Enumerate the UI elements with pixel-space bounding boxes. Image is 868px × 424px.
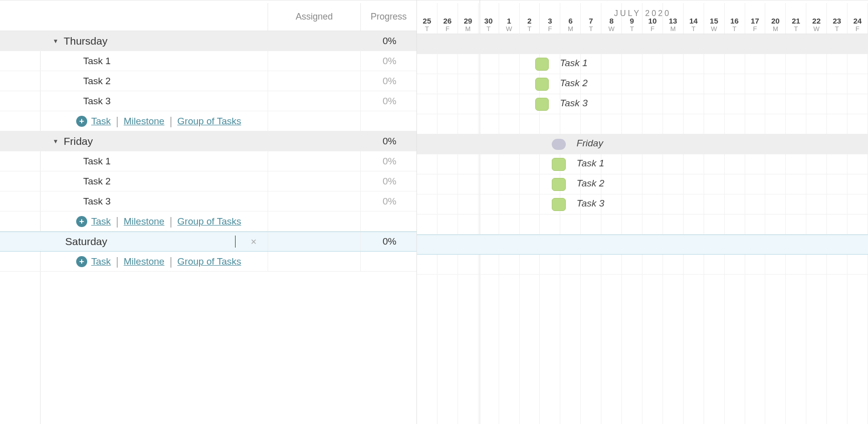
- timeline-day-header[interactable]: 6M: [560, 3, 581, 34]
- timeline-day-header[interactable]: 21T: [786, 3, 806, 34]
- timeline-day-header[interactable]: 17F: [745, 3, 766, 34]
- add-milestone-link[interactable]: Milestone: [124, 256, 164, 267]
- timeline-day-of-week: W: [813, 25, 819, 33]
- gantt-bar-label: Task 2: [577, 178, 604, 189]
- task-progress: 0%: [361, 171, 416, 191]
- task-row[interactable]: Task 10%: [0, 151, 416, 171]
- timeline-row[interactable]: Task 2: [417, 174, 868, 194]
- chevron-down-icon[interactable]: ▼: [53, 138, 59, 145]
- chevron-down-icon[interactable]: ▼: [53, 38, 59, 45]
- timeline-row[interactable]: [417, 34, 868, 54]
- add-group-link[interactable]: Group of Tasks: [177, 216, 241, 227]
- timeline-day-header[interactable]: 15W: [704, 3, 725, 34]
- task-label[interactable]: Task 2: [83, 176, 111, 187]
- timeline-day-of-week: T: [487, 25, 491, 33]
- task-label[interactable]: Task 1: [83, 56, 111, 67]
- timeline-day-header[interactable]: 2T: [520, 3, 540, 34]
- group-label[interactable]: Thursday: [64, 35, 108, 47]
- timeline-row[interactable]: [417, 114, 868, 134]
- group-header-row[interactable]: ▼Friday0%: [0, 131, 416, 151]
- timeline-row[interactable]: Task 1: [417, 154, 868, 174]
- timeline-day-header[interactable]: 10F: [642, 3, 663, 34]
- timeline-day-header[interactable]: 22W: [806, 3, 827, 34]
- group-name-input[interactable]: [65, 236, 236, 248]
- timeline-day-header[interactable]: 25T: [417, 3, 438, 34]
- timeline-day-of-week: T: [425, 25, 429, 33]
- task-label[interactable]: Task 3: [83, 196, 111, 207]
- timeline-row[interactable]: Task 2: [417, 74, 868, 94]
- add-task-link[interactable]: Task: [91, 116, 111, 127]
- task-row[interactable]: Task 30%: [0, 91, 416, 111]
- timeline-day-header[interactable]: 23T: [827, 3, 847, 34]
- gantt-task-bar[interactable]: [552, 178, 565, 191]
- gantt-bar-label: Task 1: [560, 58, 587, 69]
- task-row[interactable]: Task 30%: [0, 191, 416, 211]
- timeline-day-header[interactable]: 8W: [601, 3, 622, 34]
- timeline-day-header[interactable]: 24F: [847, 3, 868, 34]
- timeline-day-of-week: M: [773, 25, 778, 33]
- timeline-day-of-week: M: [465, 25, 471, 33]
- column-header-name: [0, 3, 268, 31]
- group-progress: 0%: [361, 31, 416, 51]
- column-header-progress[interactable]: Progress: [361, 3, 416, 31]
- column-header-assigned[interactable]: Assigned: [268, 3, 361, 31]
- editing-group-row[interactable]: ×0%: [0, 232, 416, 252]
- group-label[interactable]: Friday: [64, 135, 93, 147]
- plus-icon[interactable]: +: [76, 216, 87, 227]
- gantt-task-bar[interactable]: [535, 58, 549, 71]
- timeline-day-of-week: T: [630, 25, 634, 33]
- gantt-task-bar[interactable]: [552, 198, 565, 211]
- timeline-row[interactable]: [417, 235, 868, 255]
- timeline-day-header[interactable]: 1W: [499, 3, 520, 34]
- gantt-bar-label: Task 3: [560, 98, 587, 109]
- timeline-day-header[interactable]: 9T: [622, 3, 642, 34]
- task-row[interactable]: Task 10%: [0, 51, 416, 71]
- timeline-day-header[interactable]: 20M: [765, 3, 786, 34]
- timeline-day-of-week: F: [548, 25, 552, 33]
- add-group-link[interactable]: Group of Tasks: [177, 256, 241, 267]
- timeline-day-of-week: F: [650, 25, 655, 33]
- gantt-milestone-bar[interactable]: [552, 139, 565, 150]
- timeline-day-of-week: T: [835, 25, 839, 33]
- gantt-task-bar[interactable]: [535, 78, 549, 91]
- timeline-row[interactable]: Task 1: [417, 54, 868, 74]
- timeline-day-header[interactable]: 16T: [725, 3, 745, 34]
- timeline-day-header[interactable]: 7T: [581, 3, 601, 34]
- group-progress: 0%: [361, 131, 416, 151]
- plus-icon[interactable]: +: [76, 116, 87, 127]
- gantt-bar-label: Task 3: [577, 198, 604, 209]
- task-row[interactable]: Task 20%: [0, 71, 416, 91]
- task-row[interactable]: Task 20%: [0, 171, 416, 191]
- gantt-task-bar[interactable]: [535, 98, 549, 111]
- timeline-day-header[interactable]: 13M: [663, 3, 684, 34]
- timeline-row[interactable]: Task 3: [417, 94, 868, 114]
- add-task-link[interactable]: Task: [91, 216, 111, 227]
- add-row: +Task|Milestone|Group of Tasks: [0, 211, 416, 232]
- gantt-task-bar[interactable]: [552, 158, 565, 171]
- task-label[interactable]: Task 3: [83, 96, 111, 107]
- add-task-link[interactable]: Task: [91, 256, 111, 267]
- plus-icon[interactable]: +: [76, 256, 87, 267]
- add-milestone-link[interactable]: Milestone: [124, 116, 164, 127]
- timeline-day-header[interactable]: 29M: [458, 3, 479, 34]
- close-icon[interactable]: ×: [251, 236, 257, 248]
- add-group-link[interactable]: Group of Tasks: [177, 116, 241, 127]
- gantt-milestone-label: Friday: [577, 138, 603, 149]
- gantt-bar-label: Task 1: [577, 158, 604, 169]
- timeline-day-header[interactable]: 3F: [540, 3, 560, 34]
- timeline-row[interactable]: Friday: [417, 134, 868, 154]
- timeline-day-of-week: T: [692, 25, 696, 33]
- timeline-day-header[interactable]: 30T: [479, 3, 499, 34]
- timeline-row[interactable]: Task 3: [417, 194, 868, 215]
- timeline-day-of-week: T: [589, 25, 593, 33]
- timeline-day-header[interactable]: 14T: [684, 3, 704, 34]
- task-label[interactable]: Task 2: [83, 76, 111, 87]
- timeline-day-header[interactable]: 26F: [438, 3, 458, 34]
- add-row: +Task|Milestone|Group of Tasks: [0, 111, 416, 131]
- add-milestone-link[interactable]: Milestone: [124, 216, 164, 227]
- task-progress: 0%: [361, 91, 416, 111]
- timeline-row[interactable]: [417, 255, 868, 275]
- task-label[interactable]: Task 1: [83, 156, 111, 167]
- timeline-row[interactable]: [417, 215, 868, 235]
- group-header-row[interactable]: ▼Thursday0%: [0, 31, 416, 51]
